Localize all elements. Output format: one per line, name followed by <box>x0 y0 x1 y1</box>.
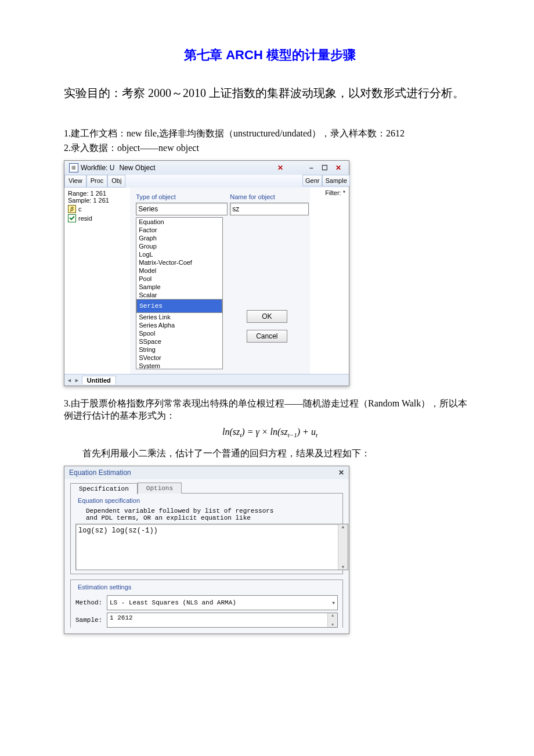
series-resid[interactable]: resid <box>68 214 127 222</box>
list-item-selected[interactable]: Series <box>136 299 222 313</box>
minimize-icon[interactable]: – <box>305 164 317 172</box>
close-icon[interactable]: ✕ <box>333 164 344 172</box>
step-3b: 首先利用最小二乘法，估计了一个普通的回归方程，结果及过程如下： <box>64 448 476 460</box>
list-item[interactable]: Factor <box>136 226 222 234</box>
spec-help: Dependent variable followed by list of r… <box>86 507 338 521</box>
range-text: Range: 1 261 <box>68 190 127 197</box>
scrollbar[interactable]: ▲▼ <box>338 524 348 570</box>
list-item[interactable]: LogL <box>136 250 222 258</box>
proc-button[interactable]: Proc <box>86 175 108 188</box>
tab-prev-icon[interactable]: ◄ <box>67 377 72 383</box>
tab-untitled[interactable]: Untitled <box>82 376 116 384</box>
tab-bar: ◄ ► Untitled <box>64 374 349 386</box>
workfile-window: ▦ Workfile: U New Object ✕ – ☐ ✕ View Pr… <box>64 160 349 386</box>
list-item[interactable]: Matrix-Vector-Coef <box>136 258 222 267</box>
type-input[interactable] <box>136 203 228 215</box>
beta-icon: β <box>68 205 76 213</box>
step-2: 2.录入数据：object——new object <box>64 142 476 154</box>
genr-button[interactable]: Genr <box>302 175 322 186</box>
series-c[interactable]: βc <box>68 205 127 213</box>
list-item[interactable]: Sample <box>136 283 222 291</box>
method-select[interactable]: LS - Least Squares (NLS and ARMA)▼ <box>107 595 338 610</box>
eq-close-icon[interactable]: ✕ <box>338 469 344 477</box>
name-input[interactable] <box>230 203 308 215</box>
list-item[interactable]: String <box>136 345 222 354</box>
view-button[interactable]: View <box>64 175 86 188</box>
spin-down-icon[interactable]: ▼ <box>331 622 334 627</box>
spec-label: Equation specification <box>75 497 142 504</box>
tab-specification[interactable]: Specification <box>70 483 138 494</box>
est-label: Estimation settings <box>75 584 134 591</box>
cancel-button[interactable]: Cancel <box>247 330 287 343</box>
type-label: Type of object <box>136 193 223 200</box>
workfile-icon: ▦ <box>69 163 78 172</box>
equation-spec-group: Equation specification Dependent variabl… <box>70 493 343 574</box>
spin-up-icon[interactable]: ▲ <box>331 613 334 618</box>
equation-formula: ln(szt) = γ × ln(szt−1) + ut <box>64 427 476 438</box>
sample-input[interactable]: 1 2612▲▼ <box>107 613 338 628</box>
check-icon <box>68 214 76 222</box>
ok-button[interactable]: OK <box>247 310 287 323</box>
equation-estimation-window: Equation Estimation ✕ Specification Opti… <box>64 466 349 634</box>
scroll-up-icon[interactable]: ▲ <box>342 524 345 530</box>
titlebar: ▦ Workfile: U New Object ✕ – ☐ ✕ <box>64 161 349 175</box>
modal-close-icon[interactable]: ✕ <box>275 164 286 172</box>
spinner[interactable]: ▲▼ <box>327 613 337 627</box>
list-item[interactable]: Graph <box>136 234 222 242</box>
name-label: Name for object <box>230 193 304 200</box>
toolbar: View Proc Obj Genr Sample <box>64 175 349 188</box>
dropdown-icon: ▼ <box>332 600 335 606</box>
sample-button[interactable]: Sample <box>322 175 349 186</box>
method-label: Method: <box>75 599 104 606</box>
list-item[interactable]: SVector <box>136 354 222 362</box>
list-item[interactable]: Model <box>136 267 222 275</box>
obj-button[interactable]: Obj <box>107 175 125 188</box>
scroll-down-icon[interactable]: ▼ <box>342 564 345 570</box>
eq-titlebar: Equation Estimation ✕ <box>64 466 349 479</box>
list-item[interactable]: Spool <box>136 329 222 337</box>
step-1: 1.建工作文档：new file,选择非均衡数据（unstructured/un… <box>64 128 476 140</box>
modal-title: New Object <box>119 164 155 172</box>
sample-text: Sample: 1 261 <box>68 197 127 204</box>
tab-options[interactable]: Options <box>138 483 182 494</box>
list-item[interactable]: Series Alpha <box>136 321 222 329</box>
sample-label: Sample: <box>75 617 104 624</box>
workfile-title: Workfile: U <box>81 164 114 172</box>
list-item[interactable]: Scalar <box>136 291 222 299</box>
new-object-dialog: Type of object Equation Factor Graph Gro… <box>130 188 309 374</box>
type-listbox[interactable]: Equation Factor Graph Group LogL Matrix-… <box>136 217 223 369</box>
step-3a: 3.由于股票价格指数序列常常表现出特殊的单位根过程——随机游走过程（Random… <box>64 398 476 422</box>
filter-text: Filter: * <box>310 188 349 198</box>
list-item[interactable]: Series Link <box>136 313 222 321</box>
eq-title: Equation Estimation <box>69 469 131 477</box>
list-item[interactable]: Equation <box>136 218 222 226</box>
workfile-sidebar: Range: 1 261 Sample: 1 261 βc resid <box>64 188 130 374</box>
estimation-settings-group: Estimation settings Method: LS - Least S… <box>70 579 343 628</box>
list-item[interactable]: Pool <box>136 275 222 283</box>
spec-textarea[interactable]: log(sz) log(sz(-1))▲▼ <box>75 524 348 570</box>
list-item[interactable]: Group <box>136 242 222 250</box>
list-item[interactable]: SSpace <box>136 337 222 345</box>
experiment-purpose: 实验目的：考察 2000～2010 上证指数的集群波动现象，以对数形式进行分析。 <box>64 81 476 105</box>
page-title: 第七章 ARCH 模型的计量步骤 <box>64 46 476 64</box>
tab-next-icon[interactable]: ► <box>74 377 80 383</box>
eq-tabs: Specification Options <box>70 483 343 494</box>
maximize-icon[interactable]: ☐ <box>319 164 331 172</box>
list-item[interactable]: System <box>136 362 222 369</box>
